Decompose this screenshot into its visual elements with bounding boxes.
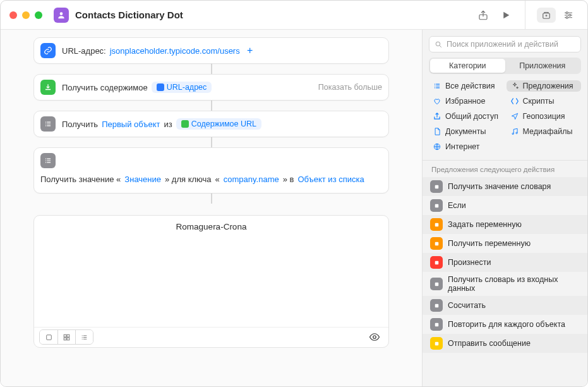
suggestion-item[interactable]: Задать переменную [423,215,587,234]
svg-rect-16 [435,223,438,226]
search-field[interactable] [429,36,581,52]
suggestion-item[interactable]: Получить словарь из входных данных [423,272,587,296]
workflow-canvas[interactable]: URL-адрес: jsonplaceholder.typicode.com/… [1,30,422,386]
in-text: » в [283,172,294,188]
view-grid-button[interactable] [57,330,75,344]
suggestion-item[interactable]: Произнести [423,253,587,272]
action-icon [430,337,443,350]
category-item[interactable]: Интернет [429,141,504,152]
action-url[interactable]: URL-адрес: jsonplaceholder.typicode.com/… [33,37,389,64]
svg-rect-18 [435,261,438,264]
url-value[interactable]: jsonplaceholder.typicode.com/users [110,46,240,56]
magic-var-url[interactable]: URL-адрес [152,82,212,93]
action-label: Получить содержимое [62,83,148,92]
download-icon [40,80,56,95]
search-input[interactable] [447,40,575,49]
svg-rect-7 [64,335,66,337]
doc-icon [433,127,441,136]
category-item[interactable]: Все действия [429,80,504,92]
suggestion-item[interactable]: Получить значение словаря [423,177,587,196]
svg-rect-14 [435,185,438,188]
run-button[interactable] [496,6,516,24]
globe-icon [433,142,441,151]
suggestion-label: Повторить для каждого объекта [448,320,565,329]
svg-point-12 [436,42,440,46]
media-icon [510,127,519,136]
suggestion-item[interactable]: Отправить сообщение [423,334,587,353]
settings-button[interactable] [558,6,579,24]
category-label: Предложения [523,82,573,90]
target-token[interactable]: Объект из списка [297,172,364,188]
suggestion-item[interactable]: Если [423,196,587,215]
svg-rect-17 [435,242,438,245]
category-item[interactable]: Общий доступ [429,111,504,122]
sidebar-tabs: Категории Приложения [429,58,581,74]
view-list-button[interactable] [75,330,93,344]
action-get-contents[interactable]: Получить содержимое URL-адрес Показать б… [33,74,389,101]
category-item[interactable]: Скрипты [507,95,582,107]
shortcut-icon [54,8,69,23]
suggestion-item[interactable]: Сосчитать [423,296,587,315]
add-url-button[interactable]: + [244,44,256,57]
action-get-item[interactable]: Получить Первый объект из Содержимое URL [33,111,389,137]
suggestion-label: Задать переменную [448,220,522,229]
suggestion-item[interactable]: Получить переменную [423,234,587,253]
action-get-dictionary-value[interactable]: Получить значение « Значение » для ключа… [33,147,389,194]
action-label: Получить значение « [40,172,121,188]
category-label: Общий доступ [445,112,498,121]
quicklook-button[interactable] [366,330,383,344]
action-icon [430,199,443,212]
key-token[interactable]: company.name [224,172,279,188]
share-button[interactable] [473,6,493,24]
category-label: Интернет [445,142,480,151]
category-item[interactable]: Медиафайлы [507,126,582,137]
zoom-window-button[interactable] [35,11,42,19]
magic-var-contents[interactable]: Содержимое URL [176,118,261,130]
svg-rect-10 [67,338,69,340]
category-item[interactable]: Избранное [429,95,504,107]
category-label: Все действия [445,82,495,90]
selector-token[interactable]: Первый объект [102,120,160,129]
svg-rect-15 [435,204,438,207]
category-item[interactable]: Документы [429,126,504,137]
tab-categories[interactable]: Категории [430,59,505,73]
titlebar: Contacts Dictionary Dot [1,1,587,30]
output-result: Romaguera-Crona [34,216,388,327]
svg-point-5 [566,16,568,18]
svg-point-11 [373,336,376,339]
value-token[interactable]: Значение [124,172,161,188]
window-title: Contacts Dictionary Dot [75,9,183,20]
suggestion-label: Произнести [448,258,491,267]
minimize-window-button[interactable] [22,11,30,19]
search-icon [435,40,443,49]
suggestions-header: Предложения следующего действия [423,161,587,177]
share-icon [433,112,441,121]
action-icon [430,180,443,193]
location-icon [510,112,519,121]
suggestion-label: Получить значение словаря [448,182,551,191]
action-label: Получить [62,120,98,129]
svg-rect-22 [435,341,438,345]
suggestion-item[interactable]: Повторить для каждого объекта [423,315,587,334]
category-item[interactable]: Геопозиция [507,111,582,122]
script-icon [510,97,519,106]
show-more-link[interactable]: Показать больше [318,83,382,92]
action-icon [430,318,443,331]
action-icon [430,256,443,269]
view-single-button[interactable] [40,330,57,344]
link-icon [40,43,56,58]
library-button[interactable] [537,8,556,23]
close-window-button[interactable] [9,11,17,19]
suggestions-list: Получить значение словаряЕслиЗадать пере… [423,177,587,353]
svg-rect-8 [67,335,69,337]
tab-apps[interactable]: Приложения [505,59,580,73]
svg-rect-20 [435,304,438,307]
actions-sidebar: Категории Приложения Все действияПредлож… [422,30,587,386]
suggestion-label: Сосчитать [448,301,486,310]
suggestion-label: Получить переменную [448,239,531,248]
for-key-text: » для ключа [165,172,212,188]
category-item[interactable]: Предложения [507,80,582,92]
from-text: из [164,120,172,129]
heart-icon [433,97,441,106]
svg-rect-6 [46,335,51,340]
